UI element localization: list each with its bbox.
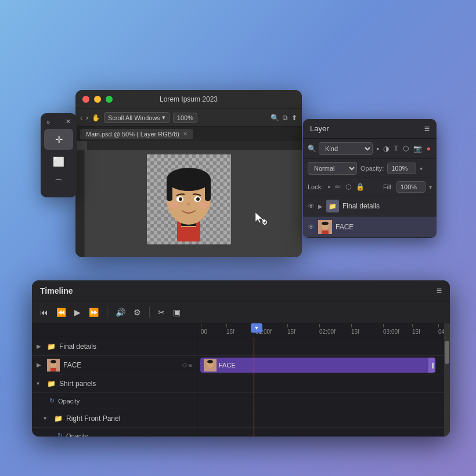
layer-panel-menu-icon[interactable]: ≡ — [424, 124, 430, 134]
timeline-header: Timeline ≡ — [32, 280, 450, 301]
shape-filter-icon[interactable]: ⬡ — [402, 143, 410, 154]
chevron-down-icon: ▾ — [162, 114, 165, 121]
layer-kind-select[interactable]: Kind — [319, 142, 373, 155]
layer-panel-title: Layer — [310, 124, 329, 133]
back-icon[interactable]: ‹ — [80, 114, 82, 122]
canvas-image — [147, 154, 231, 244]
marquee-tool-button[interactable]: ⬜ — [44, 151, 73, 172]
opacity-value[interactable]: 100% — [387, 163, 416, 174]
tl-layer-name-right-front-panel: Right Front Panel — [66, 414, 192, 423]
tl-clip-face[interactable]: FACE ▐ — [200, 358, 435, 373]
svg-point-12 — [199, 201, 208, 208]
playhead-icon[interactable]: ▼ — [251, 323, 262, 333]
layer-item-face[interactable]: 👁 FACE — [303, 217, 437, 238]
timeline-menu-icon[interactable]: ≡ — [437, 286, 442, 296]
layer-item-final-details[interactable]: 👁 ▶ 📁 Final details — [303, 196, 437, 217]
arrange-windows-icon[interactable]: ⧉ — [283, 114, 288, 122]
tl-layer-face-controls: ◇ ≡ — [182, 361, 192, 369]
tl-layer-face[interactable]: ▶ FACE ◇ ≡ — [32, 356, 197, 374]
lock-all-icon[interactable]: 🔒 — [355, 182, 366, 192]
move-icon: ✛ — [55, 134, 63, 145]
tl-layer-right-front-panel[interactable]: ▾ 📁 Right Front Panel — [32, 409, 197, 428]
step-forward-button[interactable]: ⏩ — [86, 305, 101, 319]
close-icon[interactable]: ✕ — [66, 118, 71, 125]
skip-to-start-button[interactable]: ⏮ — [38, 305, 51, 319]
tl-shirt-expand-icon[interactable]: ▾ — [37, 380, 44, 387]
svg-point-11 — [170, 201, 179, 208]
timeline-panel: Timeline ≡ ⏮ ⏪ ▶ ⏩ 🔊 ⚙ ✂ ▣ ▶ 📁 Final det… — [32, 280, 450, 437]
playhead-time-display: ▼ — [251, 323, 262, 333]
fill-value[interactable]: 100% — [396, 181, 425, 193]
timeline-track-rows: FACE ▐ — [197, 337, 450, 437]
time-marker-15f-2: 15f — [287, 329, 295, 335]
tl-layer-name-face: FACE — [63, 361, 179, 369]
ps-tab-main[interactable]: Main.psd @ 50% ( Layer RGB/8) ✕ — [80, 129, 193, 139]
pixel-filter-icon[interactable]: ▪ — [375, 143, 380, 154]
settings-button[interactable]: ⚙ — [131, 305, 143, 319]
tl-opacity-icon: ↻ — [49, 397, 55, 405]
ps-window-title: Lorem Ipsum 2023 — [160, 95, 218, 103]
share-icon[interactable]: ⬆ — [291, 114, 297, 122]
frame-button[interactable]: ▣ — [171, 305, 183, 319]
smart-filter-icon[interactable]: 📷 — [412, 143, 423, 154]
cut-button[interactable]: ✂ — [156, 305, 167, 319]
tl-layer-keyframe-icon[interactable]: ◇ — [182, 361, 187, 369]
zoom-level-display[interactable]: 100% — [173, 113, 197, 123]
timeline-scrollbar[interactable] — [444, 323, 450, 437]
ps-tab-label: Main.psd @ 50% ( Layer RGB/8) — [86, 131, 179, 138]
photoshop-window: Lorem Ipsum 2023 ‹ › ✋ Scroll All Window… — [75, 90, 302, 257]
svg-rect-6 — [205, 178, 211, 201]
volume-button[interactable]: 🔊 — [113, 305, 128, 319]
lock-icons: ▪ ✏ ⬡ 🔒 — [326, 182, 380, 192]
expand-group-icon[interactable]: ▶ — [318, 203, 323, 210]
type-filter-icon[interactable]: T — [392, 143, 399, 154]
expand-icon[interactable]: » — [46, 118, 50, 125]
controls-divider — [107, 306, 107, 318]
tl-clip-end-handle[interactable]: ▐ — [428, 358, 435, 373]
visibility-icon-face[interactable]: 👁 — [308, 223, 315, 231]
tl-expand-icon[interactable]: ▶ — [37, 343, 44, 349]
visibility-icon[interactable]: 👁 — [308, 202, 315, 210]
layer-blend-row: Normal Opacity: 100% ▾ — [303, 159, 437, 178]
lasso-tool-button[interactable]: ⌒ — [44, 173, 73, 194]
timeline-title: Timeline — [40, 286, 73, 295]
svg-point-26 — [207, 360, 213, 363]
time-marker-15f-4: 15f — [412, 329, 420, 335]
minimize-button[interactable] — [94, 96, 101, 103]
filter-active-indicator[interactable]: ● — [425, 143, 432, 154]
tl-rfp-expand-icon[interactable]: ▾ — [44, 415, 51, 421]
lock-artboards-icon[interactable]: ⬡ — [344, 182, 352, 192]
tl-sub-name-opacity-rfp: Opacity — [66, 432, 88, 437]
hand-tool-icon[interactable]: ✋ — [92, 114, 100, 122]
scroll-all-windows-button[interactable]: Scroll All Windows ▾ — [104, 112, 170, 123]
adjustment-filter-icon[interactable]: ◑ — [382, 143, 390, 154]
maximize-button[interactable] — [106, 96, 113, 103]
blend-mode-select[interactable]: Normal — [308, 162, 357, 175]
lock-position-icon[interactable]: ✏ — [334, 182, 342, 192]
tools-panel: » ✕ ✛ ⬜ ⌒ — [41, 113, 77, 197]
search-icon[interactable]: 🔍 — [271, 114, 279, 122]
canvas — [147, 154, 231, 244]
ps-tab-bar: Main.psd @ 50% ( Layer RGB/8) ✕ — [75, 126, 302, 141]
tl-sub-opacity-shirt[interactable]: ↻ Opacity — [32, 393, 197, 409]
timeline-scrollbar-thumb[interactable] — [445, 341, 449, 364]
tl-layer-name-shirt-panels: Shirt panels — [59, 380, 192, 388]
tl-sub-opacity-rfp[interactable]: ↻ Opacity — [32, 428, 197, 437]
opacity-label: Opacity: — [360, 165, 384, 172]
ps-tab-close-button[interactable]: ✕ — [183, 131, 187, 137]
forward-icon[interactable]: › — [86, 114, 88, 122]
timeline-body: ▶ 📁 Final details ▶ FACE ◇ — [32, 323, 450, 437]
svg-point-10 — [196, 197, 200, 201]
svg-point-22 — [51, 360, 56, 363]
move-tool-button[interactable]: ✛ — [44, 129, 73, 150]
tl-layer-shirt-panels[interactable]: ▾ 📁 Shirt panels — [32, 374, 197, 393]
tl-layer-menu-icon[interactable]: ≡ — [189, 362, 192, 369]
tl-face-expand-icon[interactable]: ▶ — [37, 362, 44, 368]
cursor-icon — [253, 211, 267, 228]
play-button[interactable]: ▶ — [72, 305, 83, 319]
step-back-button[interactable]: ⏪ — [54, 305, 68, 319]
close-button[interactable] — [82, 96, 89, 103]
tl-layer-final-details[interactable]: ▶ 📁 Final details — [32, 337, 197, 356]
lock-pixels-icon[interactable]: ▪ — [326, 182, 331, 192]
layer-name-final-details: Final details — [342, 202, 432, 210]
